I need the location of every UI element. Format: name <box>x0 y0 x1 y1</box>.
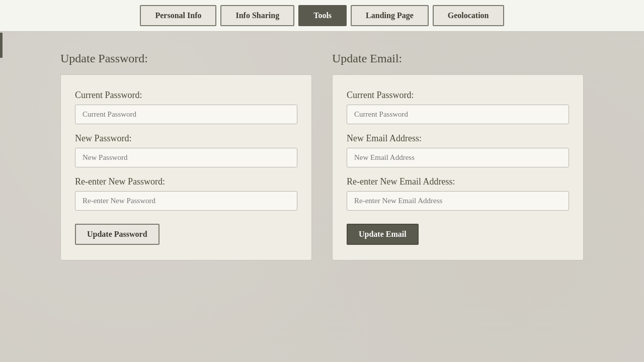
new-email-group: New Email Address: <box>347 133 569 167</box>
reenter-password-input[interactable] <box>75 191 297 211</box>
update-password-section: Update Password: Current Password: New P… <box>60 52 312 260</box>
tab-geolocation[interactable]: Geolocation <box>433 5 504 26</box>
update-password-button[interactable]: Update Password <box>75 224 159 245</box>
reenter-password-label: Re-enter New Password: <box>75 176 297 187</box>
reenter-email-label: Re-enter New Email Address: <box>347 176 569 187</box>
reenter-password-group: Re-enter New Password: <box>75 176 297 211</box>
update-email-title: Update Email: <box>332 52 584 65</box>
reenter-email-input[interactable] <box>347 191 569 211</box>
main-content: Update Password: Current Password: New P… <box>0 32 644 281</box>
new-password-input[interactable] <box>75 148 297 167</box>
current-password-group: Current Password: <box>75 90 297 124</box>
new-password-label: New Password: <box>75 133 297 144</box>
update-password-card: Current Password: New Password: Re-enter… <box>60 74 312 260</box>
new-password-group: New Password: <box>75 133 297 167</box>
email-current-password-input[interactable] <box>347 105 569 124</box>
update-email-button[interactable]: Update Email <box>347 224 419 245</box>
update-email-card: Current Password: New Email Address: Re-… <box>332 74 584 260</box>
current-password-label: Current Password: <box>75 90 297 101</box>
reenter-email-group: Re-enter New Email Address: <box>347 176 569 211</box>
forms-container: Update Password: Current Password: New P… <box>40 52 604 260</box>
top-navigation: Personal Info Info Sharing Tools Landing… <box>0 0 644 32</box>
tab-landing-page[interactable]: Landing Page <box>351 5 429 26</box>
current-password-input[interactable] <box>75 105 297 124</box>
update-email-section: Update Email: Current Password: New Emai… <box>332 52 584 260</box>
update-password-title: Update Password: <box>60 52 312 65</box>
new-email-input[interactable] <box>347 148 569 167</box>
email-current-password-group: Current Password: <box>347 90 569 124</box>
email-current-password-label: Current Password: <box>347 90 569 101</box>
new-email-label: New Email Address: <box>347 133 569 144</box>
tab-tools[interactable]: Tools <box>298 5 347 26</box>
tab-info-sharing[interactable]: Info Sharing <box>220 5 294 26</box>
tab-personal-info[interactable]: Personal Info <box>140 5 216 26</box>
